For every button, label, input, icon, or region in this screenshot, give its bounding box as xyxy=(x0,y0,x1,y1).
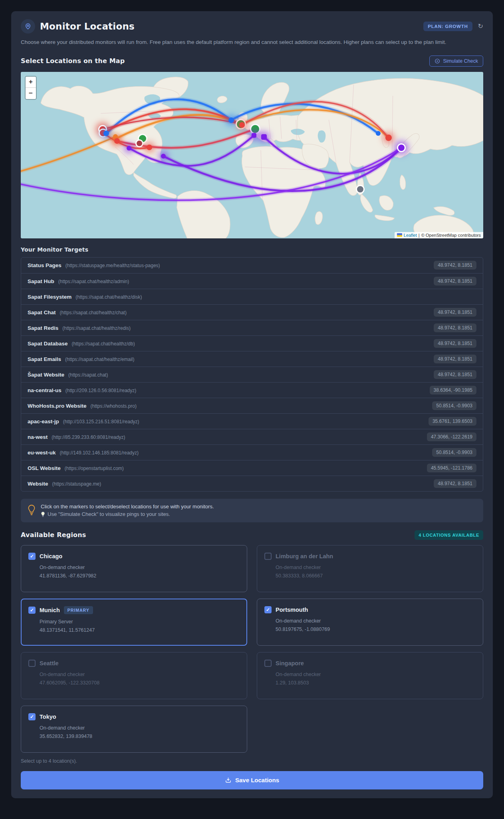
map-marker[interactable] xyxy=(239,122,245,128)
table-row: Sapat Redis(https://sapat.chat/healthz/r… xyxy=(21,320,483,335)
coords-badge: 50.8514, -0.9903 xyxy=(432,401,476,410)
map-marker[interactable] xyxy=(250,124,260,134)
table-row: Sapat Hub(https://sapat.chat/healthz/adm… xyxy=(21,273,483,289)
region-card-limburg: Limburg an der Lahn On-demand checker 50… xyxy=(257,545,483,592)
plan-badge: PLAN: GROWTH xyxy=(423,22,472,31)
location-pin-icon xyxy=(21,19,35,34)
checkbox-checked[interactable]: ✓ xyxy=(264,606,272,613)
bulb-emoji-icon xyxy=(41,512,45,518)
table-row: eu-west-uk(http://149.102.146.185:8081/r… xyxy=(21,444,483,460)
save-locations-button[interactable]: Save Locations xyxy=(21,771,483,789)
map-marker[interactable] xyxy=(161,154,166,159)
simulate-check-button[interactable]: Simulate Check xyxy=(429,56,483,67)
table-row: na-central-us(http://209.126.0.56:8081/r… xyxy=(21,382,483,398)
tip-line-2: Use "Simulate Check" to visualize pings … xyxy=(48,510,170,518)
coords-badge: 47.3066, -122.2619 xyxy=(427,432,476,441)
table-row: Šapat Website(https://sapat.chat)48.9742… xyxy=(21,367,483,382)
coords-badge: 48.9742, 8.1851 xyxy=(434,323,476,332)
page-title: Monitor Locations xyxy=(40,21,135,32)
table-row: Sapat Chat(https://sapat.chat/healthz/ch… xyxy=(21,304,483,320)
table-row: Sapat Filesystem(https://sapat.chat/heal… xyxy=(21,289,483,304)
targets-heading: Your Monitor Targets xyxy=(21,246,483,253)
map-marker[interactable] xyxy=(261,134,267,140)
checkbox-checked[interactable]: ✓ xyxy=(28,553,36,560)
checkbox-checked[interactable]: ✓ xyxy=(28,607,36,614)
checkbox-unchecked[interactable] xyxy=(264,553,272,560)
monitor-targets-list: Status Pages(https://statuspage.me/healt… xyxy=(21,257,483,492)
region-card-chicago[interactable]: ✓ Chicago On-demand checker 41.8781136, … xyxy=(21,545,247,592)
monitor-locations-panel: Monitor Locations PLAN: GROWTH ↻ Choose … xyxy=(11,11,493,798)
map-marker[interactable] xyxy=(147,145,152,150)
checkbox-unchecked[interactable] xyxy=(264,660,272,667)
map-attribution: Leaflet | © OpenStreetMap contributors xyxy=(395,232,483,238)
coords-badge: 48.9742, 8.1851 xyxy=(434,261,476,270)
map-marker[interactable] xyxy=(228,117,234,123)
primary-badge: PRIMARY xyxy=(64,606,93,614)
map-marker[interactable] xyxy=(397,143,406,152)
selection-limit-note: Select up to 4 location(s). xyxy=(21,758,483,764)
leaflet-link[interactable]: Leaflet xyxy=(404,233,417,238)
map-marker[interactable] xyxy=(376,131,381,136)
locations-available-badge: 4 LOCATIONS AVAILABLE xyxy=(415,530,483,540)
map-marker[interactable] xyxy=(127,146,131,151)
map-section-heading: Select Locations on the Map xyxy=(21,57,125,65)
zoom-out-button[interactable]: − xyxy=(26,88,36,99)
coords-badge: 48.9742, 8.1851 xyxy=(434,339,476,348)
table-row: na-west(http://85.239.233.60:8081/readyz… xyxy=(21,429,483,444)
map-marker[interactable] xyxy=(103,131,109,136)
ukraine-flag-icon xyxy=(397,233,402,237)
map-marker[interactable] xyxy=(252,133,256,138)
region-card-portsmouth[interactable]: ✓ Portsmouth On-demand checker 50.819767… xyxy=(257,599,483,646)
lightbulb-icon xyxy=(27,504,36,516)
coords-badge: 48.9742, 8.1851 xyxy=(434,370,476,379)
tip-box: Click on the markers to select/deselect … xyxy=(21,499,483,522)
world-map-svg xyxy=(21,72,483,238)
world-map[interactable]: + − Leaflet | © OpenStreetMap contributo… xyxy=(21,72,483,238)
table-row: Sapat Emails(https://sapat.chat/healthz/… xyxy=(21,351,483,367)
coords-badge: 45.5945, -121.1786 xyxy=(427,464,476,472)
page-description: Choose where your distributed monitors w… xyxy=(21,38,468,47)
map-zoom-control: + − xyxy=(25,76,37,100)
table-row: Sapat Database(https://sapat.chat/health… xyxy=(21,335,483,351)
table-row: apac-east-jp(http://103.125.216.51:8081/… xyxy=(21,413,483,429)
play-circle-icon xyxy=(435,58,440,64)
coords-badge: 48.9742, 8.1851 xyxy=(434,479,476,488)
region-card-singapore: Singapore On-demand checker 1.29, 103.85… xyxy=(257,652,483,699)
coords-badge: 48.9742, 8.1851 xyxy=(434,308,476,317)
coords-badge: 48.9742, 8.1851 xyxy=(434,277,476,286)
table-row: WhoHosts.pro Website(https://whohosts.pr… xyxy=(21,398,483,413)
osm-attribution: © OpenStreetMap contributors xyxy=(421,233,481,238)
zoom-in-button[interactable]: + xyxy=(26,77,36,88)
region-card-seattle: Seattle On-demand checker 47.6062095, -1… xyxy=(21,652,247,699)
page: Monitor Locations PLAN: GROWTH ↻ Choose … xyxy=(0,0,504,819)
coords-badge: 35.6761, 139.6503 xyxy=(429,417,476,426)
coords-badge: 50.8514, -0.9903 xyxy=(432,448,476,457)
map-marker[interactable] xyxy=(135,139,143,147)
map-marker[interactable] xyxy=(114,138,120,144)
tip-line-1: Click on the markers to select/deselect … xyxy=(41,503,214,511)
coords-badge: 38.6364, -90.1985 xyxy=(430,386,476,395)
checkbox-unchecked[interactable] xyxy=(28,660,36,667)
map-marker[interactable] xyxy=(356,185,365,194)
region-card-munich[interactable]: ✓ Munich PRIMARY Primary Server 48.13715… xyxy=(21,599,247,646)
refresh-icon[interactable]: ↻ xyxy=(478,23,483,30)
header: Monitor Locations PLAN: GROWTH ↻ xyxy=(21,19,483,34)
save-icon xyxy=(225,777,232,783)
table-row: Website(https://statuspage.me)48.9742, 8… xyxy=(21,476,483,491)
region-card-tokyo[interactable]: ✓ Tokyo On-demand checker 35.652832, 139… xyxy=(21,706,247,753)
table-row: Status Pages(https://statuspage.me/healt… xyxy=(21,258,483,273)
map-marker[interactable] xyxy=(385,135,392,141)
coords-badge: 48.9742, 8.1851 xyxy=(434,355,476,363)
table-row: OSL Website(https://openstartuplist.com)… xyxy=(21,460,483,476)
regions-heading: Available Regions xyxy=(21,531,86,539)
checkbox-checked[interactable]: ✓ xyxy=(28,713,36,720)
region-grid: ✓ Chicago On-demand checker 41.8781136, … xyxy=(21,545,483,753)
